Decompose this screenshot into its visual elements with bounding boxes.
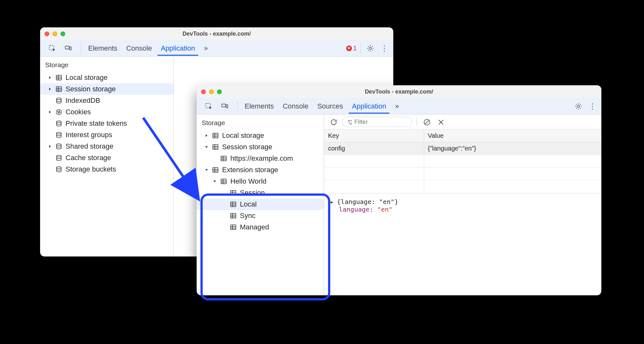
sidebar-item-local-storage[interactable]: Local storage — [197, 130, 324, 141]
window-title: DevTools - example.com/ — [197, 88, 601, 95]
json-summary[interactable]: {language: "en"} — [337, 198, 398, 206]
sidebar-item-cache-storage[interactable]: Cache storage — [40, 152, 173, 164]
sidebar-item-label: Storage buckets — [66, 165, 116, 173]
caret-right-icon[interactable] — [48, 144, 52, 149]
titlebar: DevTools - example.com/ — [40, 27, 393, 40]
delete-selected-icon[interactable] — [435, 116, 446, 127]
inspect-element-icon[interactable] — [46, 43, 58, 54]
sidebar-item-shared-storage[interactable]: Shared storage — [40, 141, 173, 152]
device-toolbar-icon[interactable] — [62, 43, 74, 54]
device-toolbar-icon[interactable] — [219, 101, 230, 112]
caret-down-icon[interactable] — [204, 168, 209, 172]
tab-sources[interactable]: Sources — [314, 99, 346, 114]
col-header-value[interactable]: Value — [424, 130, 601, 142]
sidebar-item-private-state-tokens[interactable]: Private state tokens — [40, 118, 173, 129]
caret-right-icon[interactable] — [48, 75, 52, 80]
sidebar-item-managed[interactable]: Managed — [197, 221, 324, 233]
zoom-window-button[interactable] — [217, 89, 222, 94]
sidebar-item-label: Session storage — [222, 143, 272, 151]
sidebar-item-https-example-com[interactable]: https://example.com — [197, 153, 324, 164]
inspect-element-icon[interactable] — [203, 101, 214, 112]
grid-icon — [212, 144, 219, 151]
table-row[interactable] — [324, 180, 601, 193]
sidebar-item-label: Private state tokens — [66, 119, 127, 128]
sidebar-item-label: Extension storage — [222, 166, 278, 174]
sidebar-item-indexeddb[interactable]: IndexedDB — [40, 95, 173, 106]
sidebar-item-label: https://example.com — [230, 154, 293, 163]
zoom-window-button[interactable] — [60, 32, 65, 36]
window-title: DevTools - example.com/ — [40, 31, 393, 37]
filter-input[interactable] — [354, 118, 407, 125]
sidebar-item-local[interactable]: Local — [197, 199, 324, 210]
tabs-overflow[interactable]: » — [392, 99, 402, 114]
db-icon — [55, 143, 62, 150]
kebab-menu-icon[interactable]: ⋮ — [379, 42, 390, 55]
detail-toolbar — [324, 115, 601, 130]
errors-count: 1 — [353, 45, 357, 52]
sidebar-item-label: Managed — [240, 223, 269, 231]
errors-badge[interactable]: ✕ 1 — [346, 45, 357, 52]
caret-down-icon[interactable] — [329, 200, 333, 204]
tab-application[interactable]: Application — [349, 99, 389, 114]
tab-elements[interactable]: Elements — [242, 99, 277, 114]
sidebar-item-session-storage[interactable]: Session storage — [197, 141, 324, 153]
storage-table: Key Value config {"language":"en"} — [324, 130, 601, 193]
close-window-button[interactable] — [201, 89, 206, 94]
sidebar-item-label: Cookies — [66, 108, 91, 116]
grid-icon — [212, 132, 219, 139]
titlebar: DevTools - example.com/ — [197, 85, 601, 98]
grid-icon — [220, 155, 227, 162]
sidebar-item-label: Session storage — [66, 85, 116, 93]
sidebar-item-sync[interactable]: Sync — [197, 210, 324, 221]
sidebar-item-extension-storage[interactable]: Extension storage — [197, 164, 324, 176]
caret-down-icon[interactable] — [213, 179, 217, 184]
minimize-window-button[interactable] — [52, 32, 57, 36]
caret-right-icon[interactable] — [48, 110, 52, 114]
table-row[interactable]: config {"language":"en"} — [324, 142, 601, 155]
sidebar-item-label: Local — [240, 200, 257, 208]
caret-right-icon[interactable] — [204, 133, 209, 138]
col-header-key[interactable]: Key — [324, 130, 424, 142]
tab-console[interactable]: Console — [123, 41, 155, 56]
section-title-storage: Storage — [40, 59, 173, 71]
sidebar-item-label: Hello World — [230, 177, 266, 186]
storage-sidebar: Storage Local storageSession storagehttp… — [197, 115, 324, 295]
tab-elements[interactable]: Elements — [85, 41, 121, 56]
devtools-window-2: DevTools - example.com/ Elements Console… — [197, 85, 601, 295]
traffic-lights — [45, 32, 65, 36]
main-toolbar: Elements Console Application » ✕ 1 ⋮ — [40, 40, 393, 57]
sidebar-item-cookies[interactable]: Cookies — [40, 106, 173, 118]
sidebar-item-session[interactable]: Session — [197, 187, 324, 199]
sidebar-item-interest-groups[interactable]: Interest groups — [40, 129, 173, 141]
clear-all-icon[interactable] — [421, 116, 432, 127]
sidebar-item-label: IndexedDB — [66, 96, 100, 105]
table-row[interactable] — [324, 168, 601, 180]
error-icon: ✕ — [346, 46, 352, 51]
grid-icon — [230, 224, 237, 231]
tab-application[interactable]: Application — [158, 41, 198, 56]
refresh-icon[interactable] — [328, 116, 339, 127]
sidebar-item-session-storage[interactable]: Session storage — [40, 83, 173, 95]
minimize-window-button[interactable] — [209, 89, 214, 94]
settings-gear-icon[interactable] — [573, 101, 584, 112]
caret-right-icon[interactable] — [48, 87, 52, 91]
close-window-button[interactable] — [45, 32, 49, 36]
filter-field[interactable] — [342, 117, 412, 127]
sidebar-item-label: Sync — [240, 212, 256, 220]
sidebar-item-local-storage[interactable]: Local storage — [40, 72, 173, 83]
tab-console[interactable]: Console — [280, 99, 312, 114]
funnel-icon — [347, 119, 352, 125]
sidebar-item-label: Cache storage — [66, 154, 111, 162]
tabs-overflow[interactable]: » — [201, 41, 211, 56]
table-row[interactable] — [324, 155, 601, 168]
storage-sidebar: Storage Local storageSession storageInde… — [40, 57, 174, 256]
caret-down-icon[interactable] — [204, 145, 209, 149]
json-key: language: — [339, 206, 377, 213]
grid-icon — [230, 201, 237, 208]
grid-icon — [212, 166, 219, 173]
kebab-menu-icon[interactable]: ⋮ — [587, 100, 598, 113]
sidebar-item-hello-world[interactable]: Hello World — [197, 176, 324, 187]
traffic-lights — [201, 89, 222, 94]
sidebar-item-storage-buckets[interactable]: Storage buckets — [40, 164, 173, 175]
settings-gear-icon[interactable] — [365, 43, 376, 54]
